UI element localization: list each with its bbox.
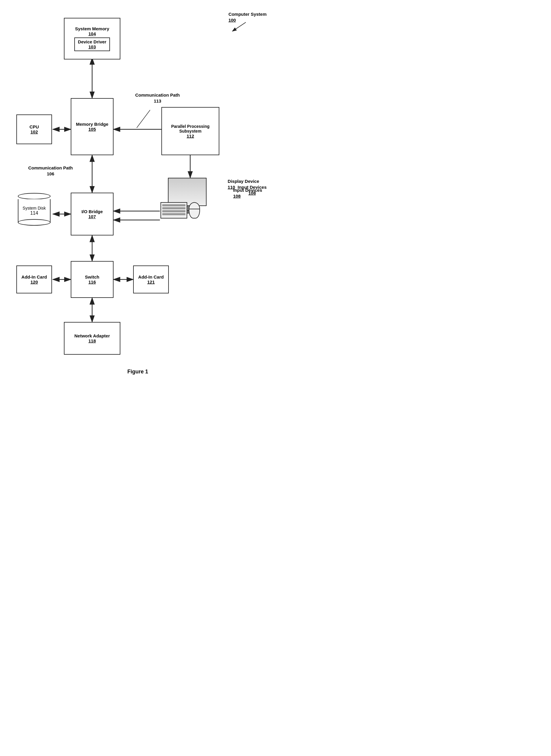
- comm-path-113-annotation: Communication Path 113: [135, 92, 180, 104]
- diagram: Computer System 100 System Memory 104 De…: [0, 0, 276, 366]
- cylinder-top: [18, 193, 50, 200]
- io-bridge-box: I/O Bridge 107: [71, 193, 113, 236]
- keyboard-row: [162, 213, 185, 215]
- mouse: [189, 202, 200, 219]
- system-memory-box: System Memory 104 Device Driver 103: [64, 18, 120, 59]
- parallel-processing-box: Parallel Processing Subsystem 112: [161, 107, 219, 155]
- system-disk: System Disk 114: [18, 193, 50, 223]
- keyboard: [160, 202, 187, 219]
- monitor-screen: [168, 178, 206, 206]
- cylinder-bottom: [18, 219, 50, 226]
- network-adapter-box: Network Adapter 118: [64, 322, 120, 355]
- cpu-box: CPU 102: [16, 114, 52, 144]
- device-driver-box: Device Driver 103: [74, 37, 110, 51]
- svg-line-14: [137, 110, 150, 128]
- keyboard-row: [162, 204, 185, 206]
- cs-arrow: [229, 21, 247, 33]
- keyboard-row: [162, 207, 185, 209]
- svg-line-15: [232, 22, 246, 31]
- input-devices: [160, 202, 200, 219]
- addin-card-120-box: Add-In Card 120: [16, 266, 52, 293]
- cylinder-body: System Disk 114: [18, 199, 50, 223]
- addin-card-121-box: Add-In Card 121: [133, 266, 169, 293]
- mouse-line: [189, 209, 199, 209]
- switch-box: Switch 116: [71, 261, 113, 298]
- keyboard-row: [162, 210, 185, 212]
- figure-caption: Figure 1: [0, 369, 276, 375]
- input-devices-label-annotation: Input Devices 108: [237, 184, 266, 196]
- memory-bridge-box: Memory Bridge 105: [71, 98, 113, 155]
- comm-path-106-annotation: Communication Path 106: [28, 165, 73, 176]
